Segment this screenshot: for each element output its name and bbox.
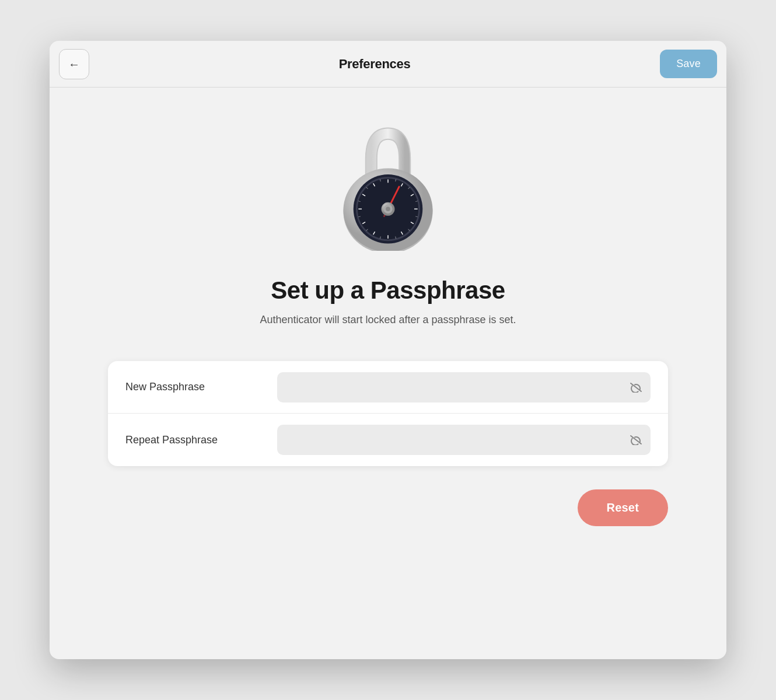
main-content: Set up a Passphrase Authenticator will s… xyxy=(50,88,726,659)
back-button[interactable]: ← xyxy=(59,49,89,79)
new-passphrase-label: New Passphrase xyxy=(125,381,277,393)
section-title: Set up a Passphrase xyxy=(271,276,505,304)
repeat-passphrase-row: Repeat Passphrase xyxy=(108,414,668,466)
page-title: Preferences xyxy=(339,57,411,72)
reset-area: Reset xyxy=(108,489,668,526)
header: ← Preferences Save xyxy=(50,41,726,88)
eye-off-icon-2 xyxy=(630,435,642,445)
svg-point-33 xyxy=(386,206,390,211)
reset-button[interactable]: Reset xyxy=(578,489,668,526)
lock-icon xyxy=(327,123,449,253)
passphrase-form-card: New Passphrase Repeat Passphrase xyxy=(108,361,668,466)
eye-off-icon xyxy=(630,382,642,393)
back-arrow-icon: ← xyxy=(68,58,80,70)
repeat-passphrase-input[interactable] xyxy=(277,425,651,455)
repeat-passphrase-label: Repeat Passphrase xyxy=(125,434,277,446)
preferences-window: ← Preferences Save xyxy=(50,41,726,659)
new-passphrase-input-wrapper xyxy=(277,372,651,402)
repeat-passphrase-input-wrapper xyxy=(277,425,651,455)
new-passphrase-input[interactable] xyxy=(277,372,651,402)
save-button[interactable]: Save xyxy=(660,50,717,78)
section-subtitle: Authenticator will start locked after a … xyxy=(260,314,516,326)
new-passphrase-toggle-button[interactable] xyxy=(630,382,642,393)
repeat-passphrase-toggle-button[interactable] xyxy=(630,435,642,445)
new-passphrase-row: New Passphrase xyxy=(108,361,668,414)
